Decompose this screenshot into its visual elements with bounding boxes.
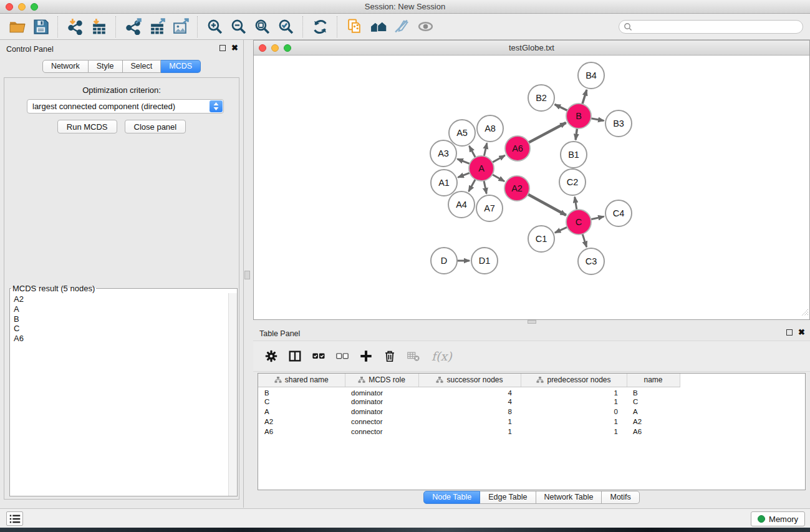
show-graphics-details-button[interactable] <box>413 16 437 38</box>
edge-A-A6[interactable] <box>493 155 505 162</box>
table-cell[interactable]: A2 <box>627 417 680 427</box>
table-cell[interactable]: B <box>258 387 345 397</box>
memory-button[interactable]: Memory <box>751 511 805 526</box>
tab-style[interactable]: Style <box>89 60 123 73</box>
edge-C-C1[interactable] <box>555 227 567 233</box>
node-B[interactable]: B <box>566 104 591 128</box>
edge-B-B2[interactable] <box>555 104 567 110</box>
edge-A-A4[interactable] <box>469 180 476 191</box>
node-B4[interactable]: B4 <box>578 62 604 89</box>
node-A4[interactable]: A4 <box>448 191 475 218</box>
table-cell[interactable]: C <box>627 397 680 407</box>
tab-network[interactable]: Network <box>42 60 89 73</box>
node-C1[interactable]: C1 <box>528 226 554 252</box>
splitter-grip[interactable] <box>528 320 536 324</box>
edge-A-A8[interactable] <box>484 143 487 156</box>
close-window-button[interactable] <box>6 3 13 11</box>
table-cell[interactable]: A2 <box>258 417 345 427</box>
tab-select[interactable]: Select <box>123 60 162 73</box>
table-cell[interactable]: A <box>258 407 345 417</box>
edge-B-B4[interactable] <box>582 90 587 104</box>
table-row[interactable]: Cdominator41C <box>258 397 680 407</box>
node-A5[interactable]: A5 <box>449 120 475 146</box>
table-settings-button[interactable] <box>262 347 281 365</box>
node-A[interactable]: A <box>469 156 494 181</box>
node-A7[interactable]: A7 <box>476 195 503 221</box>
mcds-result-item[interactable]: A2 <box>10 294 228 304</box>
result-scrollbar[interactable] <box>228 293 237 496</box>
close-panel-button[interactable]: Close panel <box>125 120 186 133</box>
function-builder-button[interactable]: f(x) <box>428 349 452 363</box>
export-image-button[interactable] <box>168 16 192 38</box>
close-panel-icon[interactable]: ✖ <box>798 329 805 336</box>
run-mcds-button[interactable]: Run MCDS <box>57 120 117 133</box>
table-cell[interactable]: 1 <box>521 417 627 427</box>
table-cell[interactable]: A6 <box>258 427 345 437</box>
table-cell[interactable]: A <box>627 407 680 417</box>
edge-A-A3[interactable] <box>457 159 470 164</box>
table-cell[interactable]: 4 <box>418 387 521 397</box>
edge-A-A5[interactable] <box>469 146 475 157</box>
import-table-button[interactable] <box>87 16 110 38</box>
search-input[interactable] <box>619 20 803 34</box>
add-row-button[interactable] <box>357 347 375 365</box>
zoom-selected-button[interactable] <box>274 16 297 38</box>
zoom-in-button[interactable] <box>203 16 226 38</box>
table-cell[interactable]: 4 <box>418 397 521 407</box>
deselect-all-checks-button[interactable] <box>333 347 352 365</box>
table-row[interactable]: Bdominator41B <box>258 387 680 397</box>
net-maximize-button[interactable] <box>284 44 291 52</box>
node-A1[interactable]: A1 <box>431 170 457 196</box>
zoom-fit-button[interactable] <box>250 16 274 38</box>
mcds-result-item[interactable]: B <box>10 314 228 324</box>
tab-edge-table[interactable]: Edge Table <box>480 491 536 504</box>
tab-mcds[interactable]: MCDS <box>161 60 201 73</box>
table-row[interactable]: A6connector11A6 <box>258 427 680 437</box>
clone-network-button[interactable] <box>342 16 366 38</box>
table-cell[interactable]: 8 <box>418 407 521 417</box>
node-A3[interactable]: A3 <box>430 140 456 167</box>
edge-A2-C[interactable] <box>528 195 566 215</box>
tab-network-table[interactable]: Network Table <box>536 491 602 504</box>
tab-motifs[interactable]: Motifs <box>602 491 639 504</box>
table-cell[interactable]: A6 <box>627 427 680 437</box>
table-cell[interactable]: C <box>258 397 345 407</box>
resize-grip-icon[interactable] <box>800 307 809 319</box>
node-C3[interactable]: C3 <box>578 248 604 274</box>
mcds-result-item[interactable]: C <box>10 324 228 334</box>
criterion-select[interactable]: largest connected component (directed) <box>27 99 224 114</box>
table-row[interactable]: Adominator80A <box>258 407 680 417</box>
close-panel-icon[interactable]: ✖ <box>231 45 238 51</box>
node-D[interactable]: D <box>431 248 457 274</box>
table-cell[interactable]: 1 <box>418 427 521 437</box>
table-cell[interactable]: B <box>627 387 680 397</box>
node-A8[interactable]: A8 <box>477 115 503 142</box>
edge-C-C3[interactable] <box>582 234 587 247</box>
edge-A-A2[interactable] <box>492 175 504 181</box>
show-columns-button[interactable] <box>286 347 304 365</box>
edge-B-B3[interactable] <box>591 118 604 121</box>
vertical-splitter[interactable] <box>244 40 253 508</box>
maximize-window-button[interactable] <box>31 3 38 11</box>
refresh-network-button[interactable] <box>308 16 332 38</box>
table-cell[interactable]: connector <box>345 427 418 437</box>
table-cell[interactable]: dominator <box>345 407 418 417</box>
node-A2[interactable]: A2 <box>504 176 529 201</box>
edge-A-A1[interactable] <box>458 173 470 177</box>
node-D1[interactable]: D1 <box>471 248 498 274</box>
edge-A-A7[interactable] <box>484 181 486 194</box>
zoom-out-button[interactable] <box>226 16 250 38</box>
horizontal-splitter[interactable] <box>253 320 810 324</box>
table-row[interactable]: A2connector11A2 <box>258 417 680 427</box>
table-cell[interactable]: dominator <box>345 387 418 397</box>
network-canvas[interactable]: B4B2BB3B1A5A8A3A6AA1A4A7A2C2C4CC1C3DD1 <box>254 56 809 319</box>
net-close-button[interactable] <box>259 44 266 52</box>
table-cell[interactable]: 1 <box>418 417 521 427</box>
delete-rows-button[interactable] <box>380 347 399 365</box>
open-session-button[interactable] <box>5 16 29 38</box>
mcds-result-item[interactable]: A6 <box>10 334 228 344</box>
column-header-MCDS-role[interactable]: MCDS role <box>345 374 418 387</box>
home-layout-button[interactable] <box>366 16 390 38</box>
edge-C-C4[interactable] <box>591 216 604 220</box>
task-history-button[interactable] <box>6 511 23 526</box>
